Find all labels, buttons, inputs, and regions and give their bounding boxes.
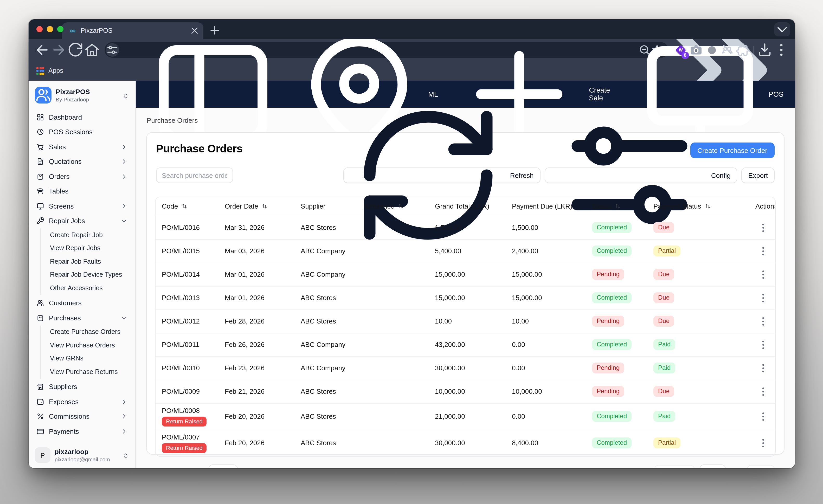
sidebar-item-repair-jobs[interactable]: Repair Jobs <box>33 213 131 228</box>
site-settings-icon[interactable] <box>106 43 119 57</box>
payment-status-badge: Due <box>653 316 674 327</box>
extension-w-icon[interactable]: W 8 <box>673 42 688 58</box>
reload-button[interactable] <box>67 42 84 58</box>
rows-per-page-select[interactable]: 10 <box>209 465 238 468</box>
column-header-order-date[interactable]: Order Date <box>218 197 295 216</box>
chevron-right-icon <box>121 144 128 150</box>
sidebar-item-screens[interactable]: Screens <box>33 199 131 213</box>
sidebar-subitem-view-grns[interactable]: View GRNs <box>47 352 131 365</box>
config-button[interactable]: Config <box>545 167 737 183</box>
cell-status: Completed <box>586 403 647 430</box>
close-window-button[interactable] <box>36 26 43 32</box>
previous-page-button[interactable]: Previous <box>654 465 694 468</box>
page-input[interactable] <box>699 465 725 468</box>
cell-payment-due: 8,400.00 <box>506 430 586 456</box>
home-button[interactable] <box>84 42 101 58</box>
sidebar-submenu-purchases: Create Purchase OrdersView Purchase Orde… <box>40 325 131 378</box>
cell-actions <box>749 430 775 456</box>
cell-payment-status: Paid <box>647 403 749 430</box>
row-actions-button[interactable] <box>758 410 769 422</box>
cell-order-date: Feb 20, 2026 <box>218 430 295 456</box>
chevron-down-icon <box>121 218 128 224</box>
row-actions-button[interactable] <box>758 438 769 449</box>
sidebar-item-tables[interactable]: Tables <box>33 184 131 199</box>
traffic-lights <box>36 26 63 32</box>
minimize-window-button[interactable] <box>47 26 53 32</box>
sidebar-item-commissions[interactable]: Commissions <box>33 409 131 424</box>
row-actions-button[interactable] <box>758 222 769 233</box>
sort-icon[interactable] <box>262 203 268 210</box>
back-button[interactable] <box>34 42 50 58</box>
row-actions-button[interactable] <box>758 292 769 304</box>
maximize-window-button[interactable] <box>57 26 63 32</box>
sidebar-subitem-other-accessories[interactable]: Other Accessories <box>47 281 131 295</box>
row-actions-button[interactable] <box>758 362 769 374</box>
status-badge: Completed <box>592 411 632 422</box>
sidebar-subitem-view-purchase-returns[interactable]: View Purchase Returns <box>47 365 131 378</box>
cell-payment-due: 10.00 <box>506 310 586 333</box>
new-tab-button[interactable] <box>208 23 222 37</box>
purchase-orders-card: Purchase Orders Create Purchase Order Re… <box>146 132 785 455</box>
tab-search-button[interactable] <box>774 22 790 36</box>
row-actions-button[interactable] <box>758 339 769 350</box>
sidebar-subitem-repair-job-device-types[interactable]: Repair Job Device Types <box>47 268 131 281</box>
tab-favicon-icon <box>69 27 76 35</box>
sidebar-item-sales[interactable]: Sales <box>33 139 131 154</box>
cell-payment-due: 0.00 <box>506 403 586 430</box>
disabled-extension-icon[interactable] <box>704 42 719 58</box>
column-header-actions: Actions <box>749 197 775 216</box>
sort-icon[interactable] <box>614 203 621 210</box>
sidebar-item-pos-sessions[interactable]: POS Sessions <box>33 125 131 139</box>
search-input[interactable] <box>156 167 233 183</box>
status-badge: Completed <box>592 438 632 449</box>
payment-status-badge: Paid <box>653 411 675 422</box>
column-header-code[interactable]: Code <box>156 197 218 216</box>
row-actions-button[interactable] <box>758 245 769 257</box>
cell-grand-total: 10.00 <box>429 310 506 333</box>
cell-supplier: ABC Company <box>295 239 357 263</box>
dashboard-icon <box>36 113 44 121</box>
refresh-button[interactable]: Refresh <box>344 167 540 183</box>
sidebar-subitem-repair-job-faults[interactable]: Repair Job Faults <box>47 255 131 268</box>
sidebar-item-purchases[interactable]: Purchases <box>33 311 131 325</box>
keys-extension-icon[interactable] <box>720 42 734 58</box>
cell-supplier: ABC Stores <box>295 430 357 456</box>
status-badge: Completed <box>592 245 632 257</box>
browser-tab[interactable]: PixzarPOS <box>62 22 203 39</box>
chevrons-up-down-icon <box>122 92 129 99</box>
camera-extension-icon[interactable] <box>689 42 703 58</box>
sort-icon[interactable] <box>397 203 404 210</box>
forward-button[interactable] <box>50 42 67 58</box>
cell-order-date: Feb 26, 2026 <box>218 333 295 356</box>
sidebar-item-expenses[interactable]: Expenses <box>33 394 131 409</box>
next-page-button[interactable]: Next <box>747 465 775 468</box>
user-menu[interactable]: P pixzarloop pixzarloop@gmail.com <box>33 445 131 464</box>
sidebar-item-suppliers[interactable]: Suppliers <box>33 379 131 394</box>
chevrons-up-down-icon <box>122 452 129 459</box>
sidebar-item-quotations[interactable]: Quotations <box>33 154 131 169</box>
row-actions-button[interactable] <box>758 269 769 280</box>
tab-close-icon[interactable] <box>190 26 199 35</box>
clock-icon <box>36 128 44 136</box>
bookmark-apps[interactable]: Apps <box>48 67 63 74</box>
export-button[interactable]: Export <box>742 167 775 183</box>
sidebar-item-customers[interactable]: Customers <box>33 296 131 311</box>
sidebar-item-orders[interactable]: Orders <box>33 169 131 184</box>
sidebar-item-payments[interactable]: Payments <box>33 424 131 439</box>
sidebar-subitem-create-repair-job[interactable]: Create Repair Job <box>47 228 131 241</box>
sort-icon[interactable] <box>181 203 188 210</box>
workspace-switcher[interactable]: PixzarPOS By Pixzarloop <box>33 86 131 110</box>
row-actions-button[interactable] <box>758 315 769 327</box>
cell-code: PO/ML/0009 <box>156 380 218 403</box>
extensions-puzzle-icon[interactable] <box>735 42 750 58</box>
sidebar-subitem-view-repair-jobs[interactable]: View Repair Jobs <box>47 241 131 255</box>
sidebar-subitem-view-purchase-orders[interactable]: View Purchase Orders <box>47 339 131 352</box>
sort-icon[interactable] <box>704 203 711 210</box>
cell-payment-due: 0.00 <box>506 333 586 356</box>
payment-status-badge: Due <box>653 386 674 397</box>
sidebar-subitem-create-purchase-orders[interactable]: Create Purchase Orders <box>47 325 131 339</box>
cell-supplier: ABC Company <box>295 333 357 356</box>
sidebar-item-dashboard[interactable]: Dashboard <box>33 110 131 125</box>
row-actions-button[interactable] <box>758 386 769 397</box>
sidebar-submenu-repair-jobs: Create Repair JobView Repair JobsRepair … <box>40 228 131 295</box>
